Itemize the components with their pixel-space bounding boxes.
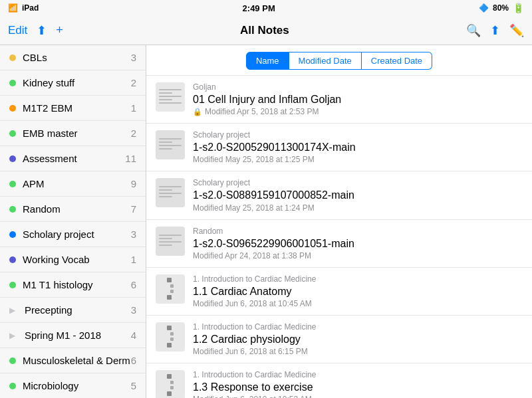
notes-header: Name Modified Date Created Date [146, 45, 532, 76]
note-item[interactable]: 1. Introduction to Cardiac Medicine 1.3 … [146, 363, 532, 398]
note-content: Random 1-s2.0-S0965229906001051-main Mod… [193, 227, 523, 260]
wifi-icon: 📶 [8, 3, 18, 13]
note-content: 1. Introduction to Cardiac Medicine 1.3 … [193, 370, 523, 398]
note-item[interactable]: 1. Introduction to Cardiac Medicine 1.1 … [146, 268, 532, 316]
note-title: 1-s2.0-S0889159107000852-main [193, 189, 523, 201]
sidebar-item-label-group: Random [9, 203, 61, 215]
notes-list: Name Modified Date Created Date Goljan 0… [146, 45, 532, 398]
nav-left: Edit ⬆ + [8, 23, 63, 38]
sidebar-item[interactable]: Kidney stuff 2 [0, 70, 146, 96]
status-right: 🔷 80% 🔋 [479, 3, 524, 13]
note-item[interactable]: Goljan 01 Cell Injury and Inflam Goljan … [146, 76, 532, 124]
sidebar-item-label: Microbiology [23, 380, 78, 391]
export-icon[interactable]: ⬆ [490, 23, 500, 38]
compose-icon[interactable]: ✏️ [509, 23, 524, 38]
status-left: 📶 iPad [8, 3, 39, 13]
note-category: 1. Introduction to Cardiac Medicine [193, 370, 523, 379]
sidebar-item-count: 1 [131, 102, 136, 114]
category-dot [9, 155, 16, 162]
sidebar-item[interactable]: Working Vocab 1 [0, 247, 146, 272]
sidebar-item-label: Precepting [25, 304, 72, 316]
sidebar-item-label-group: Microbiology [9, 380, 78, 391]
note-thumbnail [156, 322, 185, 351]
note-content: Scholary project 1-s2.0-S088915910700085… [193, 178, 523, 212]
category-dot [9, 54, 16, 61]
sidebar-item[interactable]: Assessment 11 [0, 146, 146, 171]
category-dot [9, 206, 16, 213]
note-modified: Modified Jun 6, 2018 at 10:45 AM [193, 299, 523, 308]
chevron-right-icon: ▶ [9, 331, 15, 340]
sidebar-item[interactable]: EMB master 2 [0, 121, 146, 146]
note-modified: Modified May 25, 2018 at 1:24 PM [193, 203, 523, 213]
sidebar-item[interactable]: Microbiology 5 [0, 373, 146, 398]
tab-modified-date[interactable]: Modified Date [289, 52, 362, 70]
sidebar-item[interactable]: M1 T1 histology 6 [0, 272, 146, 298]
tab-name[interactable]: Name [246, 52, 289, 70]
sidebar-item-label-group: Scholary project [9, 229, 94, 240]
category-dot [9, 256, 16, 263]
sidebar-item-label: EMB master [23, 128, 78, 139]
chevron-right-icon: ▶ [9, 306, 15, 315]
sidebar-item-label: M1 T1 histology [23, 279, 93, 290]
note-item[interactable]: Scholary project 1-s2.0-S200529011300174… [146, 124, 532, 171]
sidebar-item[interactable]: Random 7 [0, 197, 146, 222]
note-category: Goljan [193, 82, 523, 92]
sidebar-item[interactable]: Musculoskeletal & Derm 6 [0, 348, 146, 373]
tab-created-date[interactable]: Created Date [362, 52, 432, 70]
note-modified: Modified Jun 6, 2018 at 10:53 AM [193, 395, 523, 398]
note-content: Scholary project 1-s2.0-S200529011300174… [193, 130, 523, 164]
sidebar-item-label-group: ▶ Spring M1 - 2018 [9, 330, 101, 341]
search-icon[interactable]: 🔍 [466, 23, 481, 38]
note-thumbnail [156, 227, 185, 256]
note-item[interactable]: Random 1-s2.0-S0965229906001051-main Mod… [146, 220, 532, 268]
category-dot [9, 357, 16, 364]
sidebar-item-count: 11 [125, 153, 136, 164]
note-category: 1. Introduction to Cardiac Medicine [193, 274, 523, 284]
sidebar-item[interactable]: Scholary project 3 [0, 222, 146, 247]
sidebar-item-count: 1 [131, 254, 136, 265]
sidebar-item-count: 6 [131, 279, 136, 290]
add-button[interactable]: + [56, 23, 63, 37]
note-modified-text: Modified Jun 6, 2018 at 10:53 AM [193, 395, 312, 398]
share-icon[interactable]: ⬆ [37, 23, 47, 38]
sidebar-item[interactable]: CBLs 3 [0, 45, 146, 70]
note-modified: Modified Apr 24, 2018 at 1:38 PM [193, 251, 523, 260]
sidebar-item-label-group: Musculoskeletal & Derm [9, 355, 130, 366]
sidebar: CBLs 3 Kidney stuff 2 M1T2 EBM 1 EMB mas… [0, 45, 146, 398]
sidebar-item-count: 4 [131, 330, 136, 341]
note-item[interactable]: 1. Introduction to Cardiac Medicine 1.2 … [146, 316, 532, 363]
sidebar-item[interactable]: M1T2 EBM 1 [0, 96, 146, 121]
sidebar-item-label-group: Kidney stuff [9, 77, 74, 88]
note-title: 1-s2.0-S200529011300174X-main [193, 141, 523, 153]
sidebar-item-label-group: ▶ Precepting [9, 304, 72, 316]
note-modified: 🔒 Modified Apr 5, 2018 at 2:53 PM [193, 107, 523, 116]
note-item[interactable]: Scholary project 1-s2.0-S088915910700085… [146, 171, 532, 219]
note-content: 1. Introduction to Cardiac Medicine 1.1 … [193, 274, 523, 308]
sidebar-item-count: 3 [131, 229, 136, 240]
sidebar-item-label-group: Working Vocab [9, 254, 90, 265]
note-category: 1. Introduction to Cardiac Medicine [193, 322, 523, 332]
sidebar-item[interactable]: ▶ Spring M1 - 2018 4 [0, 323, 146, 348]
note-thumbnail [156, 178, 185, 207]
sidebar-item-count: 2 [131, 128, 136, 139]
note-content: 1. Introduction to Cardiac Medicine 1.2 … [193, 322, 523, 356]
edit-button[interactable]: Edit [8, 24, 27, 37]
note-category: Random [193, 227, 523, 236]
sidebar-item-label-group: CBLs [9, 52, 47, 63]
sidebar-item-label-group: M1T2 EBM [9, 102, 72, 114]
category-dot [9, 383, 16, 389]
battery-label: 80% [493, 3, 509, 13]
sidebar-item-count: 7 [131, 203, 136, 215]
sidebar-item-label: CBLs [23, 52, 47, 63]
sidebar-item[interactable]: ▶ Precepting 3 [0, 298, 146, 323]
sidebar-item[interactable]: APM 9 [0, 171, 146, 197]
sidebar-item-label-group: EMB master [9, 128, 78, 139]
note-thumbnail [156, 82, 185, 112]
lock-icon: 🔒 [193, 108, 202, 116]
sidebar-item-label: M1T2 EBM [23, 102, 72, 114]
bluetooth-icon: 🔷 [479, 3, 489, 13]
category-dot [9, 181, 16, 187]
note-content: Goljan 01 Cell Injury and Inflam Goljan … [193, 82, 523, 116]
sidebar-item-label: Scholary project [23, 229, 94, 240]
sidebar-item-label: Random [23, 203, 61, 215]
